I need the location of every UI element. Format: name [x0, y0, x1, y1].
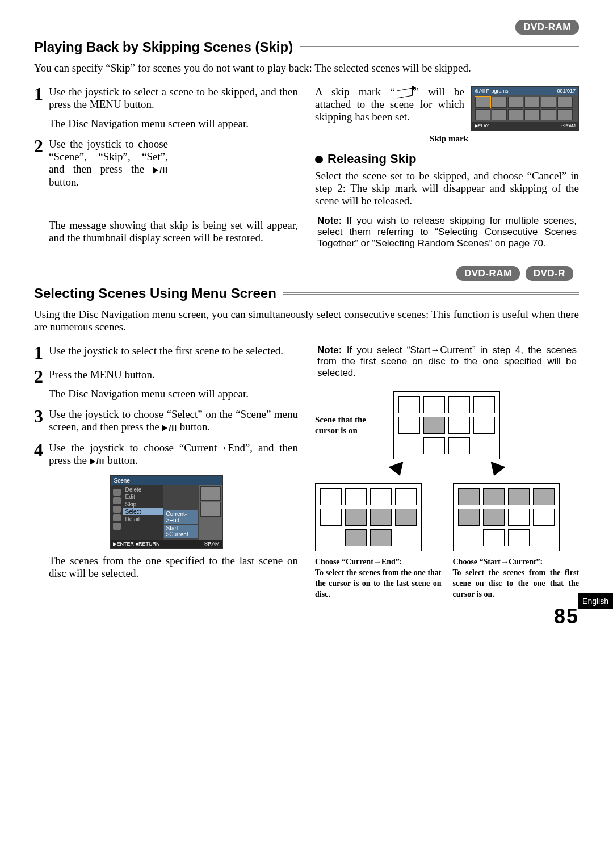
play-pause-icon: /II: [90, 455, 105, 467]
s2-step4-a: Use the joystick to choose “Current→End”…: [49, 442, 298, 466]
section1-heading: Playing Back by Skipping Scenes (Skip): [34, 39, 579, 55]
play-pause-icon: /II: [153, 163, 168, 176]
screen-title-right: 001/017: [557, 88, 576, 94]
step-text: Use the joystick to choose “Select” on t…: [49, 408, 298, 434]
skip-mark-text: A skip mark “” will be attached to the s…: [315, 86, 464, 123]
s2-step2-after: The Disc Navigation menu screen will app…: [49, 388, 298, 400]
step-number: 2: [34, 368, 49, 384]
menu-item-detail: Detail: [123, 515, 163, 523]
skip-mark-row: A skip mark “” will be attached to the s…: [315, 86, 579, 131]
section2-columns: 1 Use the joystick to select the first s…: [34, 345, 579, 600]
releasing-skip-heading: Releasing Skip: [315, 152, 579, 166]
screen-ram: ☉RAM: [561, 123, 576, 128]
screen-thumbnails: [472, 95, 578, 122]
arrow-down-icon: [388, 462, 408, 479]
menu-foot-right: ☉RAM: [204, 541, 220, 547]
menu-footer: ▶ENTER ■RETURN ☉RAM: [111, 540, 222, 548]
grid-start-current: [453, 483, 560, 551]
submenu-start-current: Start->Current: [164, 525, 198, 538]
screen-bottombar: ▶PLAY ☉RAM: [472, 122, 578, 129]
menu-title: Scene: [111, 476, 222, 485]
after-shot-text: The scenes from the one specified to the…: [49, 555, 298, 580]
releasing-note: Note: If you wish to release skipping fo…: [315, 215, 579, 249]
step-number: 3: [34, 408, 49, 424]
section1-right-col: A skip mark “” will be attached to the s…: [315, 86, 579, 249]
step-text: Use the joystick to choose “Current→End”…: [49, 442, 298, 467]
s2-step2-text: Press the MENU button.: [49, 368, 155, 380]
s2-step3-b: button.: [177, 421, 210, 433]
section1-intro: You can specify “Skip” for scenes you do…: [34, 62, 579, 74]
menu-submenu: x x x Current->End Start->Current: [163, 485, 199, 540]
menu-foot-left: ▶ENTER ■RETURN: [113, 541, 160, 547]
step-1-after: The Disc Navigation menu screen will app…: [49, 118, 298, 130]
nav-screen-thumbnail: ⊛All Programs 001/017 ▶PLAY ☉RAM: [471, 86, 579, 131]
section1-columns: 1 Use the joystick to select a scene to …: [34, 86, 579, 249]
skip-text-a: A skip mark “: [315, 86, 395, 98]
arrow-row: [315, 459, 579, 481]
result-right: Choose “Start→Current”: To select the sc…: [453, 483, 580, 600]
result-right-caption: Choose “Start→Current”: To select the sc…: [453, 557, 580, 600]
result-left-text: To select the scenes from the one that t…: [315, 568, 442, 598]
result-grids-row: Choose “Current→End”: To select the scen…: [315, 483, 579, 600]
menu-item-select: Select: [123, 508, 163, 515]
step-text: Use the joystick to select the first sce…: [49, 345, 298, 357]
note-text: If you select “Start→Current” in step 4,…: [317, 345, 577, 378]
skip-mark-icon: [397, 87, 413, 98]
step-number: 2: [34, 138, 49, 154]
section2-note: Note: If you select “Start→Current” in s…: [315, 345, 579, 379]
play-pause-icon: /II: [162, 421, 177, 434]
dvd-ram-badge: DVD-RAM: [515, 20, 579, 35]
step-2-text-b: button.: [49, 176, 79, 188]
skip-mark-caption: Skip mark: [315, 134, 468, 144]
s2-step-2: 2 Press the MENU button. The Disc Naviga…: [34, 368, 298, 400]
cursor-scene-grid: [393, 391, 500, 459]
step-number: 4: [34, 442, 49, 458]
grid-current-end: [315, 483, 422, 551]
section1-left-col: 1 Use the joystick to select a scene to …: [34, 86, 298, 249]
step-text: Use the joystick to choose “Scene”, “Ski…: [49, 138, 168, 188]
cursor-grid-row: Scene that the cursor is on: [315, 391, 579, 459]
s2-step4-b: button.: [104, 454, 137, 466]
bullet-icon: [315, 156, 323, 163]
step-2: 2 Use the joystick to choose “Scene”, “S…: [34, 138, 298, 188]
result-left: Choose “Current→End”: To select the scen…: [315, 483, 442, 600]
section1-heading-text: Playing Back by Skipping Scenes (Skip): [34, 39, 293, 55]
section2-intro: Using the Disc Navigation menu screen, y…: [34, 308, 579, 333]
heading-rule: [283, 292, 579, 295]
note-label: Note:: [317, 345, 342, 355]
dvd-r-badge: DVD-R: [526, 266, 573, 281]
step-2-after: The message showing that skip is being s…: [49, 219, 298, 244]
language-side-tab: English: [578, 593, 613, 609]
mid-badges: DVD-RAM DVD-R: [34, 266, 573, 281]
screen-title-left: ⊛All Programs: [475, 88, 509, 94]
note-text: If you wish to release skipping for mult…: [317, 215, 577, 249]
scene-menu-screenshot: Scene Delete Edit Skip Select Detail x x…: [110, 475, 223, 549]
menu-list: Delete Edit Skip Select Detail: [123, 485, 163, 540]
submenu-current-end: Current->End: [164, 510, 198, 524]
note-label: Note:: [317, 215, 342, 226]
result-left-caption: Choose “Current→End”: To select the scen…: [315, 557, 442, 600]
section2-right-col: Note: If you select “Start→Current” in s…: [315, 345, 579, 600]
section2-heading-text: Selecting Scenes Using Menu Screen: [34, 286, 276, 301]
cursor-cell: [423, 417, 445, 434]
step-text: Use the joystick to select a scene to be…: [49, 86, 298, 130]
page-number: 85: [554, 605, 579, 628]
result-right-text: To select the scenes from the first scen…: [453, 568, 580, 598]
step-1-text: Use the joystick to select a scene to be…: [49, 86, 298, 110]
dvd-ram-badge: DVD-RAM: [456, 266, 520, 281]
menu-item-edit: Edit: [123, 493, 163, 501]
releasing-heading-text: Releasing Skip: [328, 152, 417, 166]
arrow-down-icon: [486, 462, 506, 479]
result-left-title: Choose “Current→End”:: [315, 557, 402, 566]
step-1: 1 Use the joystick to select a scene to …: [34, 86, 298, 130]
top-badges: DVD-RAM: [34, 20, 579, 35]
menu-item-skip: Skip: [123, 501, 163, 508]
section2-left-col: 1 Use the joystick to select the first s…: [34, 345, 298, 600]
s2-step-4: 4 Use the joystick to choose “Current→En…: [34, 442, 298, 467]
s2-step-3: 3 Use the joystick to choose “Select” on…: [34, 408, 298, 434]
releasing-text: Select the scene set to be skipped, and …: [315, 170, 579, 207]
menu-preview: [199, 485, 222, 540]
menu-item-delete: Delete: [123, 486, 163, 493]
section2-heading: Selecting Scenes Using Menu Screen: [34, 286, 579, 301]
step-number: 1: [34, 345, 49, 360]
